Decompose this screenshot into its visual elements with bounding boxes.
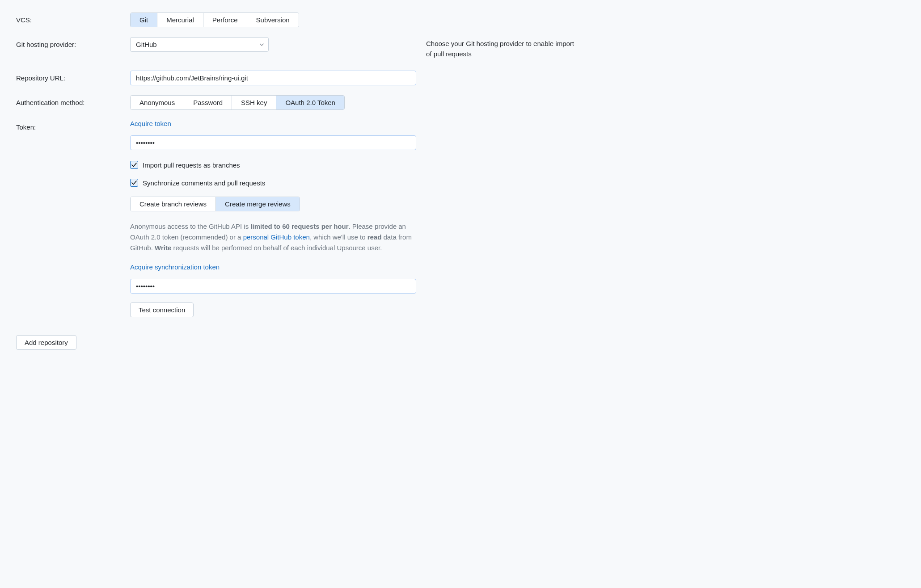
auth-option-ssh[interactable]: SSH key	[232, 96, 276, 109]
vcs-option-perforce[interactable]: Perforce	[203, 13, 247, 27]
check-icon	[131, 180, 137, 186]
token-input[interactable]	[130, 135, 416, 150]
vcs-segmented: Git Mercurial Perforce Subversion	[130, 13, 299, 27]
repo-url-input[interactable]	[130, 71, 416, 85]
repo-url-label: Repository URL:	[16, 71, 130, 85]
provider-help-text: Choose your Git hosting provider to enab…	[416, 37, 577, 59]
test-connection-button[interactable]: Test connection	[130, 302, 194, 317]
check-icon	[131, 162, 137, 168]
sync-comments-label: Synchronize comments and pull requests	[143, 179, 265, 187]
auth-option-anonymous[interactable]: Anonymous	[131, 96, 184, 109]
auth-option-oauth[interactable]: OAuth 2.0 Token	[276, 96, 344, 109]
provider-label: Git hosting provider:	[16, 37, 130, 52]
token-label: Token:	[16, 120, 130, 134]
vcs-label: VCS:	[16, 13, 130, 27]
sync-token-input[interactable]	[130, 279, 416, 294]
sync-comments-checkbox[interactable]	[130, 179, 138, 187]
add-repository-button[interactable]: Add repository	[16, 335, 76, 350]
acquire-token-link[interactable]: Acquire token	[130, 120, 416, 127]
personal-github-token-link[interactable]: personal GitHub token	[243, 233, 310, 241]
vcs-option-mercurial[interactable]: Mercurial	[157, 13, 203, 27]
auth-method-label: Authentication method:	[16, 95, 130, 110]
import-pr-label: Import pull requests as branches	[143, 161, 240, 169]
auth-segmented: Anonymous Password SSH key OAuth 2.0 Tok…	[130, 95, 345, 110]
import-pr-checkbox[interactable]	[130, 161, 138, 169]
review-segmented: Create branch reviews Create merge revie…	[130, 197, 300, 211]
vcs-option-git[interactable]: Git	[131, 13, 157, 27]
provider-select[interactable]: GitHub	[130, 37, 269, 52]
review-option-merge[interactable]: Create merge reviews	[216, 197, 300, 211]
auth-option-password[interactable]: Password	[184, 96, 232, 109]
review-option-branch[interactable]: Create branch reviews	[131, 197, 216, 211]
anonymous-access-info: Anonymous access to the GitHub API is li…	[130, 221, 416, 253]
acquire-sync-token-link[interactable]: Acquire synchronization token	[130, 263, 416, 271]
vcs-option-subversion[interactable]: Subversion	[247, 13, 299, 27]
